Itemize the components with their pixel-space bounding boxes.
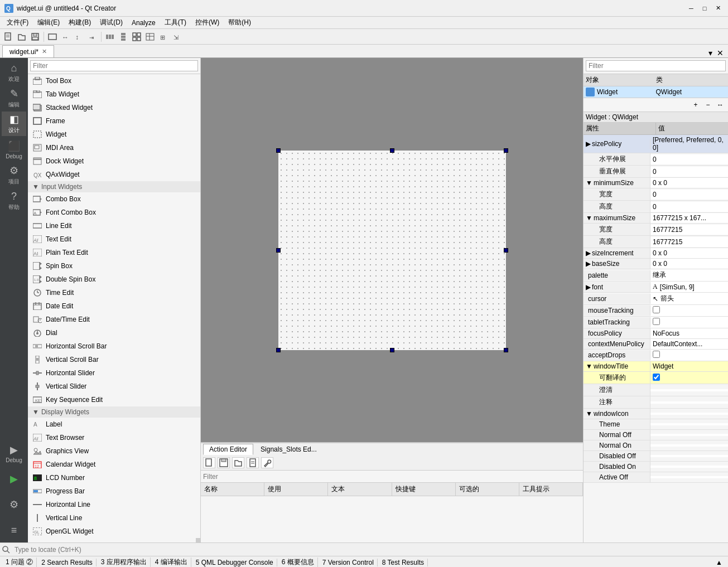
maxwidth-val[interactable]: 16777215 — [650, 225, 728, 235]
menu-edit[interactable]: 编辑(E) — [33, 17, 64, 28]
basesize-label-wrap[interactable]: ▶ baseSize — [584, 259, 650, 269]
widget-item-dial[interactable]: Dial — [28, 326, 200, 340]
activity-projects[interactable]: ⚙ 项目 — [2, 163, 26, 187]
status-vcs[interactable]: 7 Version Control — [319, 559, 378, 566]
acceptdrops-checkbox[interactable] — [653, 351, 660, 358]
toolbar-save[interactable] — [29, 31, 41, 43]
contextmenu-val[interactable]: DefaultContext... — [650, 339, 728, 349]
widget-item-hslider[interactable]: Horizontal Slider — [28, 366, 200, 380]
toolbar-buddy[interactable]: ↕ — [73, 31, 85, 43]
clarify-val[interactable] — [650, 389, 728, 391]
widget-item-opengl[interactable]: GL OpenGL Widget — [28, 525, 200, 538]
normalon-val[interactable] — [650, 444, 728, 447]
activeoff-val[interactable] — [650, 476, 728, 478]
activity-run[interactable]: ▶ — [2, 467, 26, 491]
toolbar-adjust-size[interactable]: ⇲ — [171, 31, 183, 43]
windowicon-val[interactable] — [650, 413, 728, 415]
activity-settings[interactable]: ⚙ — [2, 492, 26, 517]
hstretch-val[interactable]: 0 — [650, 154, 728, 164]
activity-design[interactable]: ◧ 设计 — [2, 112, 26, 136]
windowtitle-label-wrap[interactable]: ▼ windowTitle — [584, 361, 650, 371]
tab-action-editor[interactable]: Action Editor — [203, 444, 253, 455]
tablettracking-val[interactable] — [650, 317, 728, 328]
toolbar-layout-grid[interactable] — [131, 31, 143, 43]
menu-tools[interactable]: 工具(T) — [160, 17, 191, 28]
handle-br[interactable] — [504, 348, 508, 352]
translatable-checkbox[interactable] — [653, 374, 660, 381]
widget-item-dock[interactable]: Dock Widget — [28, 154, 200, 168]
menu-help[interactable]: 帮助(H) — [224, 17, 255, 28]
menu-debug[interactable]: 调试(D) — [95, 17, 127, 28]
toolbar-new[interactable] — [2, 31, 15, 43]
maxsize-label-wrap[interactable]: ▼ maximumSize — [584, 213, 650, 223]
activity-debug[interactable]: ⬛ Debug — [2, 137, 26, 162]
mousetracking-checkbox[interactable] — [653, 306, 660, 313]
status-problems[interactable]: 1 问题 ② — [2, 558, 37, 567]
widget-filter-input[interactable] — [30, 60, 198, 71]
widget-item-plaintextedit[interactable]: AI Plain Text Edit — [28, 246, 200, 259]
split-button[interactable]: ✕ — [715, 49, 726, 57]
widget-item-vscroll[interactable]: Vertical Scroll Bar — [28, 353, 200, 366]
palette-val[interactable]: 继承 — [650, 269, 728, 281]
action-wrench-button[interactable] — [261, 457, 273, 468]
acceptdrops-val[interactable] — [650, 350, 728, 361]
status-expand[interactable]: ▲ — [712, 559, 726, 566]
activity-debug-bottom[interactable]: ▶ Debug — [2, 441, 26, 466]
widget-item-hscroll[interactable]: Horizontal Scroll Bar — [28, 340, 200, 353]
toolbar-layout-h[interactable] — [104, 31, 116, 43]
mousetracking-val[interactable] — [650, 305, 728, 316]
tab-widget-ui[interactable]: widget.ui* ✕ — [2, 45, 54, 57]
status-search[interactable]: 2 Search Results — [38, 559, 96, 566]
minimize-button[interactable]: ─ — [686, 3, 697, 14]
menu-analyze[interactable]: Analyze — [127, 18, 160, 28]
handle-mr[interactable] — [504, 248, 508, 253]
activity-help[interactable]: ? 帮助 — [2, 188, 26, 213]
widget-item-lcdnumber[interactable]: 8 LCD Number — [28, 471, 200, 484]
handle-ml[interactable] — [276, 248, 281, 253]
handle-tm[interactable] — [390, 148, 394, 153]
handle-tl[interactable] — [276, 148, 281, 153]
canvas-widget[interactable] — [278, 150, 507, 351]
tab-signals-slots[interactable]: Signals_Slots Ed... — [254, 444, 323, 455]
widget-item-hline[interactable]: Horizontal Line — [28, 498, 200, 511]
widget-item-datetimeedit[interactable]: Date/Time Edit — [28, 313, 200, 326]
tab-close-button[interactable]: ✕ — [42, 48, 47, 55]
widget-item-mdi[interactable]: MDI Area — [28, 141, 200, 154]
widget-item-calendar[interactable]: 12 Calendar Widget — [28, 458, 200, 471]
search-input[interactable] — [12, 545, 726, 555]
maxheight-val[interactable]: 16777215 — [650, 237, 728, 247]
toolbar-tab-order[interactable]: ⇥ — [86, 31, 99, 43]
action-new-button[interactable] — [203, 457, 215, 468]
widget-item-stacked[interactable]: Stacked Widget — [28, 101, 200, 114]
prop-remove-button[interactable]: − — [702, 99, 713, 110]
widget-item-tab[interactable]: Tab Widget — [28, 88, 200, 101]
menu-controls[interactable]: 控件(W) — [191, 17, 224, 28]
widget-item-fontcombo[interactable]: A Font Combo Box — [28, 206, 200, 219]
maximize-button[interactable]: □ — [699, 3, 710, 14]
toolbar-open[interactable] — [16, 31, 28, 43]
toolbar-widget-edit[interactable] — [46, 31, 59, 43]
widget-item-timeedit[interactable]: Time Edit — [28, 286, 200, 299]
widget-item-textedit[interactable]: AI Text Edit — [28, 232, 200, 246]
widget-item-toolbox[interactable]: Tool Box — [28, 74, 200, 88]
focuspolicy-val[interactable]: NoFocus — [650, 328, 728, 338]
widget-item-frame[interactable]: Frame — [28, 114, 200, 128]
toolbar-layout-form[interactable] — [144, 31, 156, 43]
widget-item-vslider[interactable]: Vertical Slider — [28, 380, 200, 393]
vstretch-val[interactable]: 0 — [650, 167, 728, 177]
sizepolicy-expand-arrow[interactable]: ▶ sizePolicy — [584, 139, 650, 149]
minheight-val[interactable]: 0 — [650, 202, 728, 212]
widget-item-keyseq[interactable]: KEY Key Sequence Edit — [28, 393, 200, 406]
widget-item-spinbox[interactable]: Spin Box — [28, 259, 200, 273]
widget-item-progressbar[interactable]: Progress Bar — [28, 484, 200, 498]
toolbar-break-layout[interactable]: ⊞ — [157, 31, 170, 43]
activity-edit[interactable]: ✎ 编辑 — [2, 86, 26, 110]
close-button[interactable]: ✕ — [712, 3, 724, 14]
handle-tr[interactable] — [504, 148, 508, 153]
widget-item-textbrowser[interactable]: AI Text Browser — [28, 431, 200, 444]
widget-item-doublespinbox[interactable]: 1.0 Double Spin Box — [28, 273, 200, 286]
tablettracking-checkbox[interactable] — [653, 318, 660, 325]
widget-item-label[interactable]: A Label — [28, 418, 200, 431]
font-val[interactable]: A [SimSun, 9] — [650, 282, 728, 292]
status-appoutput[interactable]: 3 应用程序输出 — [98, 558, 151, 567]
